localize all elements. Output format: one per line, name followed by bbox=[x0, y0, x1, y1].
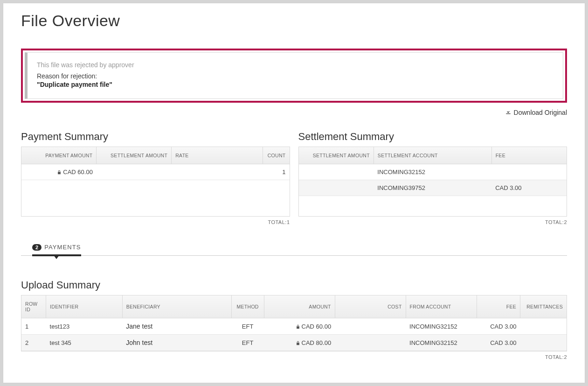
download-icon bbox=[505, 108, 512, 116]
settlement-summary-panel: SETTLEMENT AMOUNT SETTLEMENT ACCOUNT FEE… bbox=[298, 147, 567, 217]
cell-sett-account: INCOMING32152 bbox=[374, 164, 491, 180]
cell-fee: CAD 3.00 bbox=[491, 180, 567, 196]
settlement-summary-column: Settlement Summary SETTLEMENT AMOUNT SET… bbox=[298, 131, 567, 225]
download-original-link[interactable]: Download Original bbox=[505, 108, 567, 116]
download-row: Download Original bbox=[21, 108, 567, 117]
tabs: 2 PAYMENTS bbox=[21, 244, 567, 256]
cell-fee: CAD 3.00 bbox=[477, 335, 520, 351]
cell-rate bbox=[172, 164, 263, 180]
col-sett-account[interactable]: SETTLEMENT ACCOUNT bbox=[374, 147, 491, 164]
cell-sett-amount bbox=[299, 180, 374, 196]
cell-settlement-amount bbox=[97, 164, 172, 180]
cell-cost bbox=[335, 335, 406, 351]
table-row: INCOMING39752 CAD 3.00 bbox=[299, 180, 567, 196]
col-from-account[interactable]: FROM ACCOUNT bbox=[406, 295, 477, 318]
cell-beneficiary: John test bbox=[122, 335, 231, 351]
col-count[interactable]: COUNT bbox=[263, 147, 289, 164]
col-amount[interactable]: AMOUNT bbox=[264, 295, 335, 318]
col-rate[interactable]: RATE bbox=[172, 147, 263, 164]
cell-fee bbox=[491, 164, 567, 180]
download-original-label: Download Original bbox=[514, 109, 567, 116]
col-remittances[interactable]: REMITTANCES bbox=[520, 295, 567, 318]
col-fee[interactable]: FEE bbox=[491, 147, 567, 164]
col-method[interactable]: METHOD bbox=[231, 295, 264, 318]
tab-payments-count: 2 bbox=[32, 244, 42, 251]
col-settlement-amount[interactable]: SETTLEMENT AMOUNT bbox=[97, 147, 172, 164]
cell-sett-account: INCOMING39752 bbox=[374, 180, 491, 196]
page-container: File Overview This file was rejected by … bbox=[3, 3, 585, 383]
cell-amount: CAD 60.00 bbox=[264, 318, 335, 335]
payment-summary-table: PAYMENT AMOUNT SETTLEMENT AMOUNT RATE CO… bbox=[21, 147, 290, 180]
settlement-summary-table: SETTLEMENT AMOUNT SETTLEMENT ACCOUNT FEE… bbox=[299, 147, 567, 196]
col-cost[interactable]: COST bbox=[335, 295, 406, 318]
rejection-banner-inner: This file was rejected by approver Reaso… bbox=[25, 52, 563, 99]
cell-method: EFT bbox=[231, 318, 264, 335]
rejection-status-text: This file was rejected by approver bbox=[37, 61, 553, 69]
upload-summary-total: TOTAL:2 bbox=[21, 354, 567, 360]
lock-icon bbox=[296, 340, 300, 344]
cell-remittances bbox=[520, 318, 567, 335]
upload-summary-section: Upload Summary ROW ID IDENTIFIER BENEFIC… bbox=[21, 279, 567, 360]
rejection-reason-text: "Duplicate payment file" bbox=[37, 81, 553, 88]
col-beneficiary[interactable]: BENEFICIARY bbox=[122, 295, 231, 318]
cell-sett-amount bbox=[299, 164, 374, 180]
cell-payment-amount: CAD 60.00 bbox=[21, 164, 97, 180]
lock-icon bbox=[296, 323, 300, 328]
table-row: 1 test123 Jane test EFT CAD 60.00 INCOMI… bbox=[21, 318, 567, 335]
upload-summary-panel: ROW ID IDENTIFIER BENEFICIARY METHOD AMO… bbox=[21, 295, 567, 351]
cell-identifier: test123 bbox=[46, 318, 123, 335]
cell-rowid: 1 bbox=[21, 318, 46, 335]
cell-fee: CAD 3.00 bbox=[477, 318, 520, 335]
upload-summary-table: ROW ID IDENTIFIER BENEFICIARY METHOD AMO… bbox=[21, 295, 567, 351]
cell-from-account: INCOMING32152 bbox=[406, 318, 477, 335]
cell-from-account: INCOMING32152 bbox=[406, 335, 477, 351]
upload-summary-title: Upload Summary bbox=[21, 279, 567, 291]
table-row: INCOMING32152 bbox=[299, 164, 567, 180]
settlement-summary-total: TOTAL:2 bbox=[298, 219, 567, 225]
cell-remittances bbox=[520, 335, 567, 351]
col-sett-amount[interactable]: SETTLEMENT AMOUNT bbox=[299, 147, 374, 164]
col-payment-amount[interactable]: PAYMENT AMOUNT bbox=[21, 147, 97, 164]
col-identifier[interactable]: IDENTIFIER bbox=[46, 295, 123, 318]
lock-icon bbox=[57, 169, 62, 174]
cell-identifier: test 345 bbox=[46, 335, 123, 351]
settlement-summary-title: Settlement Summary bbox=[298, 131, 567, 143]
cell-rowid: 2 bbox=[21, 335, 46, 351]
cell-amount: CAD 80.00 bbox=[264, 335, 335, 351]
page-title: File Overview bbox=[21, 12, 567, 30]
table-row: CAD 60.00 1 bbox=[21, 164, 290, 180]
payment-summary-panel: PAYMENT AMOUNT SETTLEMENT AMOUNT RATE CO… bbox=[21, 147, 290, 217]
col-fee[interactable]: FEE bbox=[477, 295, 520, 318]
cell-beneficiary: Jane test bbox=[122, 318, 231, 335]
cell-method: EFT bbox=[231, 335, 264, 351]
summary-columns: Payment Summary PAYMENT AMOUNT SETTLEMEN… bbox=[21, 131, 567, 225]
col-rowid[interactable]: ROW ID bbox=[21, 295, 46, 318]
tab-payments[interactable]: 2 PAYMENTS bbox=[32, 244, 81, 256]
cell-cost bbox=[335, 318, 406, 335]
payment-summary-total: TOTAL:1 bbox=[21, 219, 290, 225]
payment-summary-column: Payment Summary PAYMENT AMOUNT SETTLEMEN… bbox=[21, 131, 290, 225]
cell-count: 1 bbox=[263, 164, 289, 180]
tab-payments-label: PAYMENTS bbox=[44, 244, 81, 251]
rejection-reason-label: Reason for rejection: bbox=[37, 72, 553, 80]
rejection-banner: This file was rejected by approver Reaso… bbox=[21, 49, 567, 103]
payment-summary-title: Payment Summary bbox=[21, 131, 290, 143]
table-row: 2 test 345 John test EFT CAD 80.00 INCOM… bbox=[21, 335, 567, 351]
